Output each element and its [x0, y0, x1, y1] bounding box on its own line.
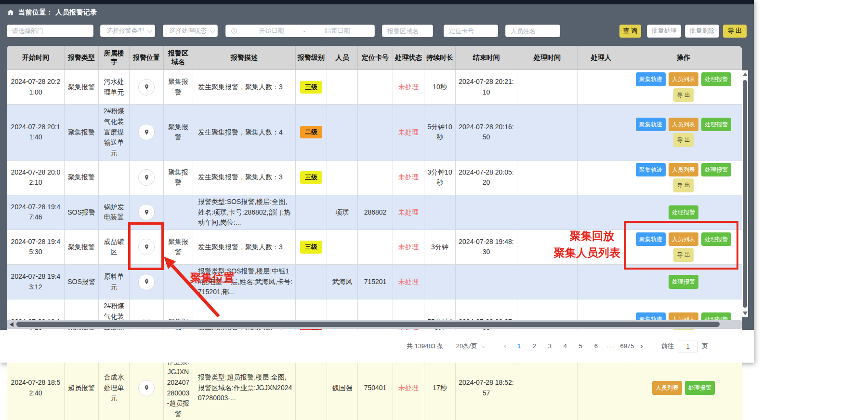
goto-page-input[interactable]: [678, 340, 698, 352]
alarm-type-select[interactable]: 选择报警类型: [100, 25, 155, 37]
row-action-button[interactable]: 处理报警: [701, 163, 731, 177]
cell-handle-time: [517, 70, 578, 105]
row-action-button[interactable]: 聚集轨迹: [636, 118, 666, 132]
card-input[interactable]: [444, 25, 498, 37]
cell-area: 聚集报警: [164, 160, 193, 195]
cell-person: 武海凤: [327, 265, 358, 299]
cell-handler: [578, 105, 625, 160]
cell-level: 三级: [296, 70, 327, 105]
handle-status-select[interactable]: 选择处理状态: [163, 25, 218, 37]
prev-page-button[interactable]: ‹: [499, 341, 512, 351]
cell-start-time: 2024-07-28 20:21:00: [7, 70, 65, 105]
end-date-placeholder[interactable]: 结束日期: [305, 27, 369, 35]
cell-end-time: 2024-07-28 20:21:10: [456, 70, 517, 105]
cell-level: [296, 265, 327, 299]
row-action-button[interactable]: 处理报警: [669, 205, 698, 219]
cell-building: [99, 160, 130, 195]
cell-duration: [424, 195, 456, 230]
horizontal-scroll-thumb[interactable]: [16, 322, 720, 327]
column-header: 定位卡号: [358, 46, 393, 70]
column-header: 处理时间: [517, 46, 578, 70]
column-header: 报警描述: [193, 46, 296, 70]
home-icon[interactable]: [7, 9, 14, 16]
column-header: 所属楼宇: [99, 46, 130, 70]
cell-type: 聚集报警: [65, 70, 99, 105]
cell-person: [327, 105, 358, 160]
level-badge: 三级: [300, 81, 322, 94]
row-action-button[interactable]: 处理报警: [701, 118, 731, 132]
row-action-button[interactable]: 导 出: [673, 178, 693, 192]
cell-building: 成品罐区: [99, 230, 130, 264]
row-action-button[interactable]: 聚集轨迹: [636, 72, 666, 86]
filter-bar: 选择报警类型 选择处理状态 开始日期 - 结束日期 查 询 批量处理 批量删除 …: [7, 25, 747, 37]
page-ellipsis[interactable]: ···: [606, 343, 616, 350]
location-pin-icon[interactable]: [138, 380, 155, 396]
column-header: 持续时长: [424, 46, 456, 70]
row-action-button[interactable]: 处理报警: [669, 275, 698, 289]
cell-end-time: 2024-07-28 18:52:57: [456, 355, 517, 420]
cell-type: SOS报警: [65, 195, 99, 230]
row-action-button[interactable]: 人员列表: [669, 118, 698, 132]
page-number-button[interactable]: 6: [590, 340, 602, 352]
scroll-up-icon[interactable]: [743, 72, 748, 76]
row-action-button[interactable]: 处理报警: [701, 72, 731, 86]
chevron-down-icon: [147, 28, 152, 33]
row-action-button[interactable]: 导 出: [673, 88, 693, 102]
location-pin-icon[interactable]: [138, 274, 155, 290]
query-button[interactable]: 查 询: [619, 25, 641, 38]
location-pin-icon[interactable]: [138, 169, 155, 186]
cell-card: [358, 160, 393, 195]
row-action-button[interactable]: 处理报警: [685, 381, 715, 395]
cell-status: 未处理: [393, 70, 424, 105]
scroll-down-icon[interactable]: [743, 312, 748, 315]
last-page-button[interactable]: 6975: [620, 340, 634, 352]
page-number-button[interactable]: 4: [559, 340, 571, 352]
next-page-button[interactable]: ›: [635, 341, 648, 351]
row-action-button[interactable]: 导 出: [673, 133, 693, 147]
location-pin-icon[interactable]: [138, 79, 155, 95]
cell-type: 聚集报警: [65, 160, 99, 195]
area-input[interactable]: [382, 25, 433, 37]
column-header: 处理人: [578, 46, 625, 70]
location-pin-icon[interactable]: [138, 124, 155, 140]
horizontal-scrollbar[interactable]: [7, 320, 742, 329]
page-number-button[interactable]: 2: [528, 340, 540, 352]
row-action-button[interactable]: 人员列表: [669, 72, 698, 86]
scroll-left-icon[interactable]: [10, 322, 13, 327]
batch-handle-button[interactable]: 批量处理: [647, 25, 681, 38]
cell-type: 聚集报警: [65, 105, 99, 160]
start-date-placeholder[interactable]: 开始日期: [239, 27, 303, 35]
goto-suffix: 页: [702, 342, 708, 351]
page-number-button[interactable]: 5: [574, 340, 587, 352]
card-field: [444, 25, 498, 37]
cell-type: SOS报警: [65, 265, 99, 299]
vertical-scrollbar[interactable]: [742, 70, 748, 317]
cell-level: [296, 355, 327, 420]
annotation-playback-label: 聚集回放: [570, 229, 614, 244]
location-pin-icon[interactable]: [138, 204, 155, 220]
alarm-type-placeholder: 选择报警类型: [106, 27, 144, 35]
status-badge: 未处理: [398, 208, 419, 216]
page-size-select[interactable]: 20条/页: [456, 342, 485, 351]
row-action-button[interactable]: 人员列表: [652, 381, 682, 395]
name-input[interactable]: [506, 25, 560, 37]
page-number-button[interactable]: 3: [543, 340, 556, 352]
vertical-scroll-thumb[interactable]: [743, 80, 747, 308]
cell-duration: 3分钟: [424, 230, 456, 264]
page-title: 人员报警记录: [55, 8, 97, 16]
breadcrumb-label: 当前位置：: [18, 8, 53, 16]
cell-card: [358, 230, 393, 264]
cell-duration: 3分钟10秒: [424, 160, 456, 195]
cell-person: [327, 160, 358, 195]
batch-delete-button[interactable]: 批量删除: [685, 25, 719, 38]
row-action-button[interactable]: 人员列表: [669, 163, 698, 177]
department-input[interactable]: [7, 25, 93, 37]
cell-person: 项璞: [327, 195, 358, 230]
export-button[interactable]: 导 出: [723, 25, 747, 38]
date-range-picker[interactable]: 开始日期 - 结束日期: [225, 25, 375, 37]
cell-person: [327, 70, 358, 105]
page-number-button[interactable]: 1: [513, 340, 525, 352]
column-header: 报警类型: [65, 46, 99, 70]
cell-actions: 聚集轨迹人员列表处理报警导 出: [625, 70, 742, 105]
row-action-button[interactable]: 聚集轨迹: [636, 163, 666, 177]
